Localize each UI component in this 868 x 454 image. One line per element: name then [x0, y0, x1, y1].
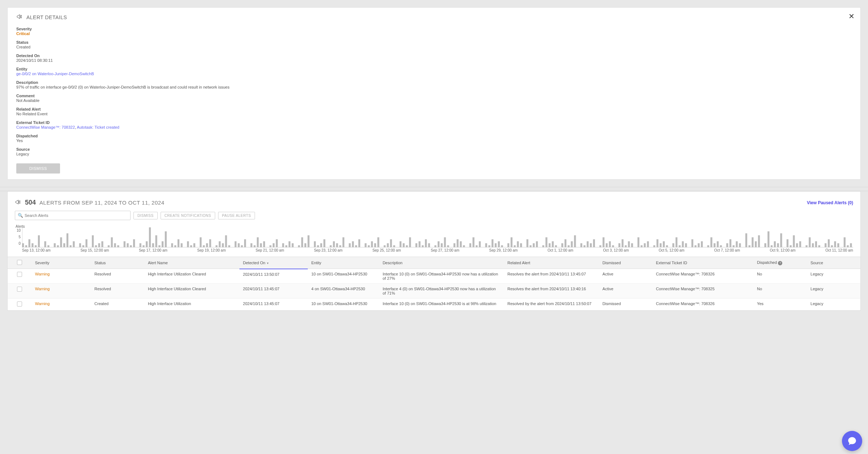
cell-dispatched: No	[753, 284, 807, 299]
help-icon[interactable]: ?	[778, 261, 782, 265]
close-icon: ✕	[848, 12, 855, 20]
svg-rect-30	[111, 237, 113, 248]
svg-rect-95	[317, 245, 319, 248]
svg-rect-262	[847, 245, 848, 248]
row-checkbox[interactable]	[17, 301, 22, 307]
svg-rect-150	[492, 239, 493, 247]
cell-detected-on: 2024/10/11 13:50:07	[239, 269, 308, 284]
svg-rect-67	[228, 245, 230, 248]
svg-rect-149	[488, 245, 490, 248]
col-external-ticket[interactable]: External Ticket ID	[652, 257, 753, 269]
svg-rect-92	[307, 235, 309, 247]
svg-rect-219	[710, 237, 712, 248]
svg-rect-163	[533, 243, 535, 247]
cell-severity: Warning	[31, 284, 91, 299]
svg-rect-185	[603, 237, 604, 248]
col-status[interactable]: Status	[91, 257, 144, 269]
cell-external-ticket: ConnectWise Manage™: 708325	[652, 284, 753, 299]
cell-dismissed: Active	[599, 269, 652, 284]
svg-rect-155	[507, 243, 509, 247]
row-checkbox[interactable]	[17, 272, 22, 277]
svg-rect-259	[837, 243, 839, 247]
svg-rect-113	[374, 243, 376, 247]
svg-rect-42	[149, 227, 151, 247]
col-entity[interactable]: Entity	[308, 257, 379, 269]
svg-rect-25	[95, 245, 97, 248]
svg-rect-96	[320, 243, 322, 247]
paused-alerts-link[interactable]: View Paused Alerts (0)	[807, 200, 853, 205]
svg-rect-78	[263, 241, 265, 248]
svg-rect-45	[158, 245, 160, 248]
svg-rect-52	[181, 243, 183, 247]
toolbar-create-notifications-button[interactable]: CREATE NOTIFICATIONS	[161, 212, 215, 219]
close-button[interactable]: ✕	[848, 12, 855, 21]
svg-rect-37	[133, 239, 135, 247]
svg-rect-173	[565, 239, 566, 247]
section-divider	[0, 187, 868, 191]
svg-rect-243	[787, 239, 788, 247]
chart-yticks: 10 5 0	[16, 227, 21, 247]
svg-rect-234	[758, 235, 760, 247]
ticket-link-cw[interactable]: ConnectWise Manage™: 708322	[16, 125, 75, 129]
svg-rect-148	[485, 243, 487, 247]
cell-alert-name: High Interface Utilization Cleared	[144, 269, 239, 284]
svg-rect-168	[549, 243, 550, 247]
svg-rect-31	[114, 243, 116, 247]
svg-rect-138	[454, 243, 455, 247]
svg-rect-112	[371, 241, 373, 248]
svg-rect-255	[825, 243, 826, 247]
search-input[interactable]	[15, 211, 131, 220]
cell-detected-on: 2024/10/11 13:45:07	[239, 284, 308, 299]
col-severity[interactable]: Severity	[31, 257, 91, 269]
svg-rect-143	[469, 243, 471, 247]
svg-rect-218	[707, 245, 709, 248]
svg-rect-69	[235, 241, 237, 248]
table-row[interactable]: Warning Created High Interface Utilizati…	[8, 299, 860, 310]
table-row[interactable]: Warning Resolved High Interface Utilizat…	[8, 269, 860, 284]
svg-rect-10	[47, 245, 49, 248]
select-all-checkbox[interactable]	[17, 260, 22, 265]
cell-dispatched: No	[753, 269, 807, 284]
svg-rect-134	[441, 243, 443, 247]
svg-rect-2	[22, 243, 24, 247]
svg-rect-246	[796, 243, 798, 247]
cell-source: Legacy	[807, 284, 860, 299]
toolbar-dismiss-button[interactable]: DISMISS	[133, 212, 158, 219]
svg-rect-167	[545, 237, 547, 248]
dispatched-value: Yes	[16, 138, 852, 143]
col-dismissed[interactable]: Dismissed	[599, 257, 652, 269]
cell-dispatched: Yes	[753, 299, 807, 310]
svg-rect-12	[54, 243, 56, 247]
svg-rect-166	[542, 245, 544, 248]
col-detected-on[interactable]: Detected On	[239, 257, 308, 269]
toolbar-pause-alerts-button[interactable]: PAUSE ALERTS	[218, 212, 255, 219]
svg-rect-55	[190, 245, 192, 248]
cell-alert-name: High Interface Utilization Cleared	[144, 284, 239, 299]
svg-rect-117	[387, 243, 389, 247]
entity-link[interactable]: ge-0/0/2 on Waterloo-Juniper-DemoSwitchB	[16, 72, 852, 76]
col-source[interactable]: Source	[807, 257, 860, 269]
svg-rect-226	[733, 245, 735, 248]
svg-rect-35	[127, 243, 128, 247]
ticket-link-at[interactable]: Autotask: Ticket created	[77, 125, 119, 129]
svg-rect-111	[368, 245, 370, 248]
chart-xticks: Sep 13, 12:00 amSep 15, 12:00 amSep 17, …	[22, 248, 853, 255]
svg-rect-36	[130, 245, 132, 248]
col-dispatched[interactable]: Dispatched?	[753, 257, 807, 269]
svg-rect-9	[44, 241, 46, 248]
svg-rect-253	[818, 245, 820, 248]
cell-entity: 10 on SW01-Ottawa34-HP2530	[308, 269, 379, 284]
col-description[interactable]: Description	[379, 257, 504, 269]
col-alert-name[interactable]: Alert Name	[144, 257, 239, 269]
table-row[interactable]: Warning Resolved High Interface Utilizat…	[8, 284, 860, 299]
svg-rect-174	[568, 245, 570, 248]
svg-rect-128	[422, 245, 424, 248]
svg-rect-263	[850, 243, 852, 247]
svg-rect-205	[666, 245, 668, 248]
svg-rect-50	[174, 245, 176, 248]
row-checkbox[interactable]	[17, 287, 22, 292]
col-related-alert[interactable]: Related Alert	[504, 257, 599, 269]
cell-status: Created	[91, 299, 144, 310]
dismiss-button[interactable]: DISMISS	[16, 163, 60, 174]
svg-rect-146	[479, 241, 481, 248]
